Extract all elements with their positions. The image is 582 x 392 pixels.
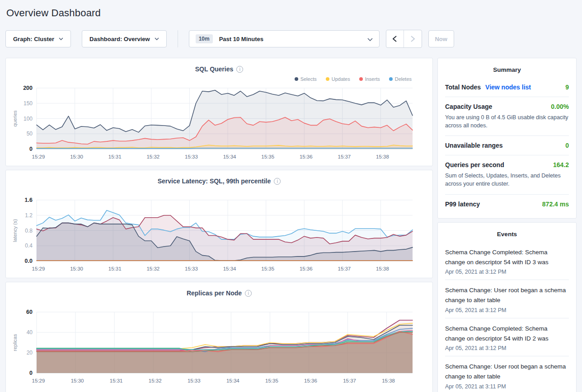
prev-time-button[interactable]: [386, 30, 404, 47]
svg-text:0.0: 0.0: [25, 258, 33, 264]
svg-text:15:36: 15:36: [304, 378, 317, 383]
summary-row-value: 0.00%: [551, 103, 569, 110]
event-message: Schema Change: User root began a schema …: [445, 362, 569, 382]
summary-row-value: 164.2: [553, 161, 569, 168]
svg-text:15:34: 15:34: [223, 154, 236, 159]
svg-text:replicas: replicas: [12, 334, 18, 351]
legend-item[interactable]: Updates: [326, 76, 350, 82]
legend-label: Updates: [332, 76, 350, 82]
summary-rows: Total NodesView nodes list9Capacity Usag…: [445, 78, 569, 214]
legend-dot-icon: [326, 77, 329, 81]
event-item: Schema Change: User root began a schema …: [445, 356, 569, 392]
chart-legend: SelectsUpdatesInsertsDeletes: [10, 75, 428, 84]
legend-item[interactable]: Selects: [295, 76, 317, 82]
svg-text:0: 0: [29, 146, 33, 152]
view-nodes-list-link[interactable]: View nodes list: [485, 84, 531, 91]
svg-text:15:37: 15:37: [338, 154, 351, 159]
info-icon[interactable]: i: [236, 66, 243, 73]
replicas-per-node-plot[interactable]: 020406015:2915:3015:3115:3215:3315:3415:…: [10, 308, 422, 388]
svg-text:15:33: 15:33: [188, 378, 201, 383]
svg-text:15:29: 15:29: [32, 266, 45, 271]
legend-label: Deletes: [395, 76, 412, 82]
svg-text:15:36: 15:36: [300, 266, 313, 271]
svg-text:15:31: 15:31: [108, 154, 122, 159]
legend-dot-icon: [359, 77, 363, 81]
legend-item[interactable]: Deletes: [389, 76, 412, 82]
graph-dropdown[interactable]: Graph: Cluster: [5, 30, 71, 47]
event-item: Schema Change: User root began a schema …: [445, 280, 569, 318]
svg-text:0.8: 0.8: [25, 228, 33, 234]
summary-row-value: 872.4 ms: [542, 201, 569, 208]
event-message: Schema Change: User root began a schema …: [445, 285, 569, 306]
summary-row: P99 latency872.4 ms: [445, 194, 569, 214]
svg-text:15:32: 15:32: [146, 154, 160, 159]
time-range-selector[interactable]: 10m Past 10 Minutes: [189, 30, 380, 47]
event-message: Schema Change Completed: Schema change o…: [445, 324, 569, 344]
next-time-button[interactable]: [404, 30, 422, 47]
summary-row: Total NodesView nodes list9: [445, 78, 569, 97]
svg-text:15:35: 15:35: [265, 378, 278, 383]
svg-text:15:38: 15:38: [376, 154, 389, 159]
summary-row-label: Queries per second: [445, 161, 504, 168]
events-list: Schema Change Completed: Schema change o…: [445, 242, 569, 392]
sql-queries-chart-panel: SQL Queries i SelectsUpdatesInsertsDelet…: [5, 58, 433, 166]
dashboard-dropdown[interactable]: Dashboard: Overview: [82, 30, 167, 47]
legend-label: Inserts: [365, 76, 380, 82]
page-title: Overview Dashboard: [6, 7, 577, 19]
summary-row-label: Total Nodes: [445, 84, 481, 91]
time-range-badge: 10m: [196, 34, 213, 43]
chart-title: Service Latency: SQL, 99th percentile: [158, 177, 271, 185]
info-icon[interactable]: i: [274, 178, 281, 185]
svg-text:15:30: 15:30: [70, 154, 83, 159]
sql-queries-plot[interactable]: 05010015020015:2915:3015:3115:3215:3315:…: [10, 84, 422, 164]
summary-row-value: 9: [565, 84, 569, 91]
svg-text:150: 150: [23, 100, 33, 107]
service-latency-chart-panel: Service Latency: SQL, 99th percentile i …: [5, 170, 433, 278]
dashboard-dropdown-label: Dashboard: Overview: [89, 36, 150, 42]
event-timestamp: Apr 05, 2021 at 3:12 PM: [445, 307, 569, 313]
svg-text:200: 200: [23, 85, 33, 91]
overview-dashboard-page: Overview Dashboard Graph: Cluster Dashbo…: [0, 0, 582, 392]
svg-text:0: 0: [29, 370, 33, 376]
svg-text:60: 60: [26, 309, 33, 315]
event-timestamp: Apr 05, 2021 at 3:12 PM: [445, 345, 569, 351]
summary-row: Capacity Usage0.00%You are using 0 B of …: [445, 97, 569, 135]
legend-item[interactable]: Inserts: [359, 76, 380, 82]
summary-row-value: 0: [565, 142, 569, 149]
svg-text:40: 40: [27, 329, 33, 336]
svg-text:15:32: 15:32: [146, 266, 160, 271]
svg-text:latency (s): latency (s): [12, 219, 18, 242]
summary-title: Summary: [445, 65, 569, 78]
svg-text:15:31: 15:31: [110, 378, 123, 383]
svg-text:15:34: 15:34: [226, 378, 239, 383]
event-item: Schema Change Completed: Schema change o…: [445, 318, 569, 356]
svg-text:15:38: 15:38: [376, 266, 389, 271]
svg-text:50: 50: [27, 131, 33, 137]
chevron-down-icon: [59, 37, 63, 40]
chevron-down-icon: [155, 37, 159, 40]
summary-row: Unavailable ranges0: [445, 135, 569, 155]
svg-text:100: 100: [23, 116, 33, 122]
summary-row-description: You are using 0 B of 4.5 GiB usable disk…: [445, 113, 569, 130]
event-message: Schema Change Completed: Schema change o…: [445, 247, 569, 268]
time-range-label: Past 10 Minutes: [219, 36, 263, 42]
svg-text:15:34: 15:34: [223, 266, 236, 271]
legend-dot-icon: [295, 77, 298, 81]
event-item: Schema Change Completed: Schema change o…: [445, 242, 569, 280]
legend-dot-icon: [389, 77, 393, 81]
service-latency-plot[interactable]: 0.00.40.81.21.615:2915:3015:3115:3215:33…: [10, 196, 422, 276]
info-icon[interactable]: i: [245, 290, 252, 297]
chart-title: SQL Queries: [195, 65, 234, 73]
summary-row-label: Capacity Usage: [445, 103, 492, 110]
svg-text:1.2: 1.2: [25, 212, 33, 219]
svg-text:0.4: 0.4: [25, 243, 33, 249]
now-button[interactable]: Now: [428, 30, 454, 47]
svg-text:15:30: 15:30: [71, 378, 84, 383]
svg-text:15:30: 15:30: [70, 266, 83, 271]
svg-text:1.6: 1.6: [25, 197, 33, 203]
summary-row-label: P99 latency: [445, 201, 480, 208]
summary-card: Summary Total NodesView nodes list9Capac…: [437, 58, 577, 219]
svg-text:15:35: 15:35: [261, 266, 274, 271]
toolbar-divider: [178, 30, 178, 47]
svg-text:15:31: 15:31: [108, 266, 122, 271]
